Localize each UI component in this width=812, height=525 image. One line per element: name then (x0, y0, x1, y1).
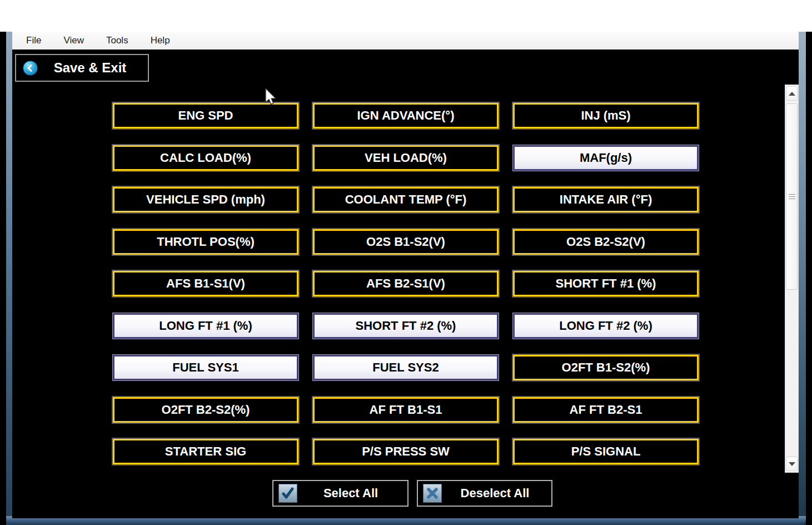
select-all-label: Select All (297, 486, 407, 501)
save-exit-button[interactable]: Save & Exit (15, 54, 149, 82)
param-button-veh-load[interactable]: VEH LOAD(%) (313, 145, 499, 171)
menu-item-file[interactable]: File (19, 32, 48, 49)
param-button-ign-advance[interactable]: IGN ADVANCE(°) (313, 103, 499, 128)
window-border-left (6, 32, 12, 525)
param-button-short-ft-1[interactable]: SHORT FT #1 (%) (513, 271, 699, 296)
param-button-long-ft-1[interactable]: LONG FT #1 (%) (113, 313, 298, 339)
menu-item-tools[interactable]: Tools (99, 32, 136, 49)
param-button-afs-b1-s1-v[interactable]: AFS B1-S1(V) (113, 271, 298, 296)
param-button-o2ft-b1-s2[interactable]: O2FT B1-S2(%) (513, 355, 699, 380)
param-button-p-s-signal[interactable]: P/S SIGNAL (513, 439, 699, 464)
deselect-all-label: Deselect All (442, 486, 551, 501)
scroll-down-icon (789, 462, 795, 466)
param-button-o2s-b2-s2-v[interactable]: O2S B2-S2(V) (513, 229, 699, 255)
scrollbar-thumb[interactable] (786, 103, 798, 290)
param-button-o2s-b1-s2-v[interactable]: O2S B1-S2(V) (313, 229, 499, 255)
client-area: Save & Exit ENG SPDIGN ADVANCE(°)INJ (mS… (12, 49, 799, 518)
scroll-up-icon (789, 92, 795, 96)
parameter-grid: ENG SPDIGN ADVANCE(°)INJ (mS)CALC LOAD(%… (113, 103, 699, 464)
scroll-up-button[interactable] (786, 86, 798, 101)
param-button-o2ft-b2-s2[interactable]: O2FT B2-S2(%) (113, 397, 298, 423)
vertical-scrollbar[interactable] (785, 85, 799, 473)
window-border-right (799, 32, 806, 525)
scrollbar-grip-icon (789, 194, 795, 200)
param-button-af-ft-b2-s1[interactable]: AF FT B2-S1 (513, 397, 699, 423)
deselect-all-button[interactable]: Deselect All (417, 480, 552, 507)
param-button-af-ft-b1-s1[interactable]: AF FT B1-S1 (313, 397, 499, 423)
scroll-down-button[interactable] (786, 457, 798, 471)
param-button-short-ft-2[interactable]: SHORT FT #2 (%) (313, 313, 499, 339)
param-button-inj-ms[interactable]: INJ (mS) (513, 103, 699, 128)
param-button-fuel-sys1[interactable]: FUEL SYS1 (113, 355, 298, 380)
param-button-fuel-sys2[interactable]: FUEL SYS2 (313, 355, 499, 380)
select-all-button[interactable]: Select All (272, 480, 409, 507)
back-arrow-icon (23, 61, 38, 76)
param-button-p-s-press-sw[interactable]: P/S PRESS SW (313, 439, 499, 464)
param-button-starter-sig[interactable]: STARTER SIG (113, 439, 298, 464)
save-exit-label: Save & Exit (38, 60, 148, 76)
param-button-afs-b2-s1-v[interactable]: AFS B2-S1(V) (313, 271, 499, 296)
param-button-throtl-pos[interactable]: THROTL POS(%) (113, 229, 298, 255)
app-window: FileViewToolsHelp Save & Exit ENG SPDIGN… (0, 0, 812, 525)
checkbox-x-icon (423, 484, 442, 503)
param-button-coolant-temp-f[interactable]: COOLANT TEMP (°F) (313, 187, 499, 212)
param-button-intake-air-f[interactable]: INTAKE AIR (°F) (513, 187, 699, 212)
checkbox-checked-icon (278, 484, 297, 503)
param-button-calc-load[interactable]: CALC LOAD(%) (113, 145, 298, 171)
menu-bar: FileViewToolsHelp (12, 32, 799, 49)
param-button-maf-g-s[interactable]: MAF(g/s) (513, 145, 699, 171)
param-button-eng-spd[interactable]: ENG SPD (113, 103, 298, 128)
menu-item-help[interactable]: Help (143, 32, 177, 49)
menu-item-view[interactable]: View (56, 32, 91, 49)
param-button-long-ft-2[interactable]: LONG FT #2 (%) (513, 313, 699, 339)
param-button-vehicle-spd-mph[interactable]: VEHICLE SPD (mph) (113, 187, 298, 212)
